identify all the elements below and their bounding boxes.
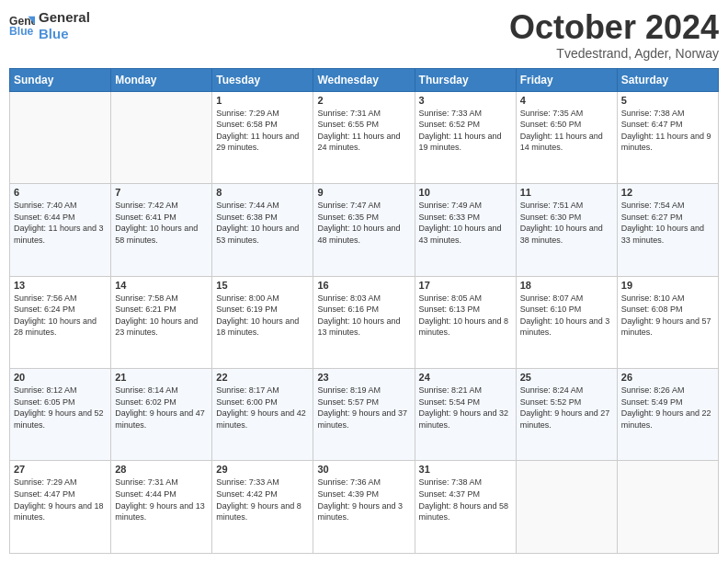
day-info: Sunrise: 8:12 AMSunset: 6:05 PMDaylight:… xyxy=(14,385,107,431)
month-title: October 2024 xyxy=(509,9,719,46)
logo-line2: Blue xyxy=(39,26,90,42)
calendar-cell: 12Sunrise: 7:54 AMSunset: 6:27 PMDayligh… xyxy=(617,184,718,276)
day-info: Sunrise: 7:42 AMSunset: 6:41 PMDaylight:… xyxy=(115,200,208,246)
calendar-cell: 3Sunrise: 7:33 AMSunset: 6:52 PMDaylight… xyxy=(415,91,516,183)
title-block: October 2024 Tvedestrand, Agder, Norway xyxy=(509,9,719,61)
day-info: Sunrise: 7:58 AMSunset: 6:21 PMDaylight:… xyxy=(115,293,208,339)
day-number: 6 xyxy=(14,187,107,198)
day-info: Sunrise: 7:40 AMSunset: 6:44 PMDaylight:… xyxy=(14,200,107,246)
day-number: 9 xyxy=(317,187,410,198)
day-info: Sunrise: 7:54 AMSunset: 6:27 PMDaylight:… xyxy=(621,200,714,246)
day-info: Sunrise: 8:14 AMSunset: 6:02 PMDaylight:… xyxy=(115,385,208,431)
calendar-header-saturday: Saturday xyxy=(617,68,718,91)
calendar-cell: 30Sunrise: 7:36 AMSunset: 4:39 PMDayligh… xyxy=(313,461,415,554)
day-info: Sunrise: 7:51 AMSunset: 6:30 PMDaylight:… xyxy=(520,200,613,246)
day-info: Sunrise: 7:44 AMSunset: 6:38 PMDaylight:… xyxy=(216,200,309,246)
calendar-header-thursday: Thursday xyxy=(415,68,516,91)
calendar-cell: 4Sunrise: 7:35 AMSunset: 6:50 PMDaylight… xyxy=(516,91,617,183)
header: General Blue General Blue October 2024 T… xyxy=(9,9,719,61)
day-info: Sunrise: 8:03 AMSunset: 6:16 PMDaylight:… xyxy=(317,293,410,339)
calendar-cell xyxy=(10,91,111,183)
day-info: Sunrise: 8:10 AMSunset: 6:08 PMDaylight:… xyxy=(621,293,714,339)
calendar-cell: 23Sunrise: 8:19 AMSunset: 5:57 PMDayligh… xyxy=(313,369,415,461)
day-info: Sunrise: 8:26 AMSunset: 5:49 PMDaylight:… xyxy=(621,385,714,431)
day-number: 25 xyxy=(520,372,613,383)
calendar-cell xyxy=(617,461,718,554)
day-number: 5 xyxy=(621,95,714,106)
calendar-header-row: SundayMondayTuesdayWednesdayThursdayFrid… xyxy=(10,68,719,91)
day-number: 31 xyxy=(419,464,512,475)
calendar-cell: 13Sunrise: 7:56 AMSunset: 6:24 PMDayligh… xyxy=(10,276,111,368)
calendar-cell: 1Sunrise: 7:29 AMSunset: 6:58 PMDaylight… xyxy=(212,91,313,183)
calendar-cell: 21Sunrise: 8:14 AMSunset: 6:02 PMDayligh… xyxy=(111,369,212,461)
page: General Blue General Blue October 2024 T… xyxy=(0,0,728,563)
calendar-cell: 20Sunrise: 8:12 AMSunset: 6:05 PMDayligh… xyxy=(10,369,111,461)
day-number: 11 xyxy=(520,187,613,198)
day-number: 13 xyxy=(14,280,107,291)
calendar-cell: 28Sunrise: 7:31 AMSunset: 4:44 PMDayligh… xyxy=(111,461,212,554)
logo-icon: General Blue xyxy=(9,13,35,39)
day-info: Sunrise: 7:29 AMSunset: 6:58 PMDaylight:… xyxy=(216,108,309,154)
svg-text:Blue: Blue xyxy=(9,25,34,38)
calendar-cell: 31Sunrise: 7:38 AMSunset: 4:37 PMDayligh… xyxy=(415,461,516,554)
calendar-cell xyxy=(111,91,212,183)
day-info: Sunrise: 7:33 AMSunset: 6:52 PMDaylight:… xyxy=(419,108,512,154)
calendar-cell: 14Sunrise: 7:58 AMSunset: 6:21 PMDayligh… xyxy=(111,276,212,368)
day-number: 30 xyxy=(317,464,410,475)
calendar-cell: 5Sunrise: 7:38 AMSunset: 6:47 PMDaylight… xyxy=(617,91,718,183)
calendar-cell: 26Sunrise: 8:26 AMSunset: 5:49 PMDayligh… xyxy=(617,369,718,461)
calendar-week-1: 6Sunrise: 7:40 AMSunset: 6:44 PMDaylight… xyxy=(10,184,719,276)
logo: General Blue General Blue xyxy=(9,9,90,42)
day-number: 14 xyxy=(115,280,208,291)
day-number: 15 xyxy=(216,280,309,291)
day-number: 17 xyxy=(419,280,512,291)
day-number: 16 xyxy=(317,280,410,291)
calendar-week-0: 1Sunrise: 7:29 AMSunset: 6:58 PMDaylight… xyxy=(10,91,719,183)
day-info: Sunrise: 7:49 AMSunset: 6:33 PMDaylight:… xyxy=(419,200,512,246)
day-number: 27 xyxy=(14,464,107,475)
day-number: 26 xyxy=(621,372,714,383)
logo-line1: General xyxy=(39,9,90,26)
calendar-cell: 18Sunrise: 8:07 AMSunset: 6:10 PMDayligh… xyxy=(516,276,617,368)
day-info: Sunrise: 7:31 AMSunset: 6:55 PMDaylight:… xyxy=(317,108,410,154)
day-info: Sunrise: 7:36 AMSunset: 4:39 PMDaylight:… xyxy=(317,477,410,523)
day-info: Sunrise: 8:24 AMSunset: 5:52 PMDaylight:… xyxy=(520,385,613,431)
day-info: Sunrise: 8:00 AMSunset: 6:19 PMDaylight:… xyxy=(216,293,309,339)
calendar-cell: 27Sunrise: 7:29 AMSunset: 4:47 PMDayligh… xyxy=(10,461,111,554)
calendar-cell: 25Sunrise: 8:24 AMSunset: 5:52 PMDayligh… xyxy=(516,369,617,461)
day-number: 12 xyxy=(621,187,714,198)
calendar-cell: 6Sunrise: 7:40 AMSunset: 6:44 PMDaylight… xyxy=(10,184,111,276)
day-info: Sunrise: 8:21 AMSunset: 5:54 PMDaylight:… xyxy=(419,385,512,431)
calendar-cell: 10Sunrise: 7:49 AMSunset: 6:33 PMDayligh… xyxy=(415,184,516,276)
calendar-cell: 7Sunrise: 7:42 AMSunset: 6:41 PMDaylight… xyxy=(111,184,212,276)
day-number: 23 xyxy=(317,372,410,383)
day-info: Sunrise: 7:38 AMSunset: 4:37 PMDaylight:… xyxy=(419,477,512,523)
day-info: Sunrise: 7:29 AMSunset: 4:47 PMDaylight:… xyxy=(14,477,107,523)
day-number: 1 xyxy=(216,95,309,106)
calendar-header-friday: Friday xyxy=(516,68,617,91)
calendar-cell: 29Sunrise: 7:33 AMSunset: 4:42 PMDayligh… xyxy=(212,461,313,554)
calendar-cell: 22Sunrise: 8:17 AMSunset: 6:00 PMDayligh… xyxy=(212,369,313,461)
calendar-cell: 17Sunrise: 8:05 AMSunset: 6:13 PMDayligh… xyxy=(415,276,516,368)
calendar-week-2: 13Sunrise: 7:56 AMSunset: 6:24 PMDayligh… xyxy=(10,276,719,368)
day-info: Sunrise: 8:05 AMSunset: 6:13 PMDaylight:… xyxy=(419,293,512,339)
day-info: Sunrise: 7:33 AMSunset: 4:42 PMDaylight:… xyxy=(216,477,309,523)
calendar-cell: 16Sunrise: 8:03 AMSunset: 6:16 PMDayligh… xyxy=(313,276,415,368)
day-info: Sunrise: 7:35 AMSunset: 6:50 PMDaylight:… xyxy=(520,108,613,154)
day-number: 24 xyxy=(419,372,512,383)
day-info: Sunrise: 8:17 AMSunset: 6:00 PMDaylight:… xyxy=(216,385,309,431)
day-number: 4 xyxy=(520,95,613,106)
calendar-cell: 2Sunrise: 7:31 AMSunset: 6:55 PMDaylight… xyxy=(313,91,415,183)
calendar-header-wednesday: Wednesday xyxy=(313,68,415,91)
calendar-cell: 19Sunrise: 8:10 AMSunset: 6:08 PMDayligh… xyxy=(617,276,718,368)
day-info: Sunrise: 8:07 AMSunset: 6:10 PMDaylight:… xyxy=(520,293,613,339)
day-number: 7 xyxy=(115,187,208,198)
day-number: 18 xyxy=(520,280,613,291)
day-info: Sunrise: 7:31 AMSunset: 4:44 PMDaylight:… xyxy=(115,477,208,523)
calendar-cell xyxy=(516,461,617,554)
location-title: Tvedestrand, Agder, Norway xyxy=(509,46,719,61)
calendar-header-monday: Monday xyxy=(111,68,212,91)
day-number: 20 xyxy=(14,372,107,383)
calendar-cell: 8Sunrise: 7:44 AMSunset: 6:38 PMDaylight… xyxy=(212,184,313,276)
day-number: 8 xyxy=(216,187,309,198)
